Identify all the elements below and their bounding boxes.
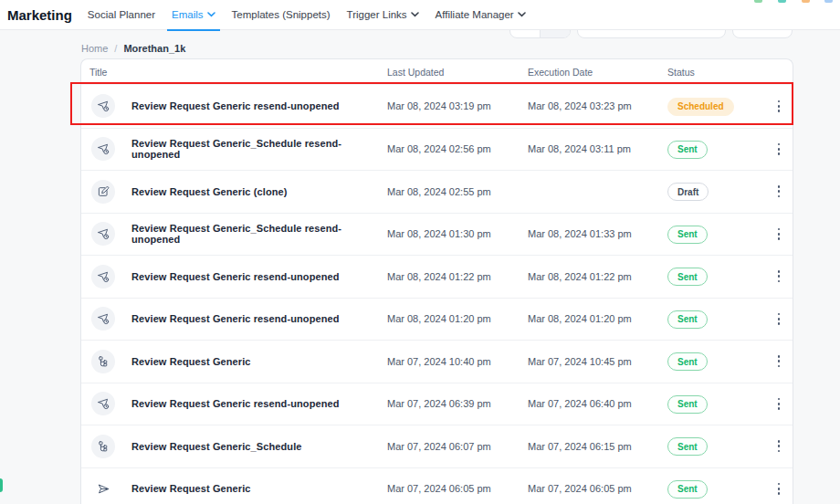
row-type-icon-wrap [91,435,115,458]
workflow-icon [97,440,110,453]
row-execution-date: Mar 07, 2024 06:05 pm [528,483,667,494]
row-last-updated: Mar 07, 2024 06:07 pm [387,441,528,452]
table-header: Title Last Updated Execution Date Status [81,59,793,85]
row-menu-button[interactable] [771,436,787,457]
row-menu-button[interactable] [771,352,787,372]
row-type-icon-wrap [91,180,115,204]
breadcrumb-current: Morethan_1k [123,43,185,54]
table-row[interactable]: Review Request Generic Mar 07, 2024 06:0… [81,467,793,504]
row-title: Review Request Generic_Schedule [117,441,387,452]
row-last-updated: Mar 07, 2024 06:39 pm [387,398,528,409]
row-menu-button[interactable] [771,478,787,499]
row-last-updated: Mar 08, 2024 02:55 pm [387,186,528,197]
status-badge: Sent [667,480,708,499]
nav-item-label: Social Planner [88,9,155,20]
row-menu-button[interactable] [771,394,787,414]
row-title: Review Request Generic resend-unopened [117,271,387,282]
nav-item-trigger-links[interactable]: Trigger Links [347,0,419,30]
table-row[interactable]: Review Request Generic (clone) Mar 08, 2… [81,170,793,213]
row-title: Review Request Generic (clone) [117,186,387,197]
row-last-updated: Mar 08, 2024 03:19 pm [387,100,528,111]
row-last-updated: Mar 07, 2024 10:40 pm [387,356,528,367]
row-menu-button[interactable] [771,182,787,202]
row-type-icon-wrap [91,265,115,289]
row-type-icon-wrap [91,350,115,373]
row-title: Review Request Generic_Schedule resend-u… [117,138,387,160]
table-row[interactable]: Review Request Generic Mar 07, 2024 10:4… [81,340,793,383]
column-header-execution-date: Execution Date [528,67,667,78]
row-last-updated: Mar 07, 2024 06:05 pm [387,483,528,494]
row-last-updated: Mar 08, 2024 01:20 pm [387,313,528,324]
nav-item-label: Emails [172,9,204,20]
row-menu-button[interactable] [771,224,787,244]
schedule-send-icon [97,397,110,410]
table-row[interactable]: Review Request Generic_Schedule Mar 07, … [81,425,793,467]
status-badge: Sent [667,395,708,414]
row-type-icon-wrap [91,307,115,331]
row-title: Review Request Generic resend-unopened [117,398,387,409]
row-title: Review Request Generic [117,356,387,367]
app-title: Marketing [7,7,72,23]
row-execution-date: Mar 07, 2024 06:40 pm [528,398,667,409]
status-badge: Sent [667,268,708,286]
cutoff-icon-green [754,0,762,3]
status-badge: Scheduled [667,98,734,116]
column-header-last-updated: Last Updated [387,67,528,78]
row-type-icon-wrap [91,222,115,246]
table-row[interactable]: Review Request Generic resend-unopened M… [81,298,793,341]
nav-item-affiliate-manager[interactable]: Affiliate Manager [436,0,526,30]
row-execution-date: Mar 08, 2024 03:23 pm [528,100,667,111]
row-type-icon-wrap [91,477,115,500]
row-title: Review Request Generic resend-unopened [117,313,387,324]
nav-item-label: Templates (Snippets) [232,9,331,20]
send-icon [97,482,110,496]
cutoff-icon-teal [778,0,786,3]
nav-item-label: Affiliate Manager [436,9,514,20]
row-menu-button[interactable] [771,139,787,159]
nav-item-social-planner[interactable]: Social Planner [88,0,155,30]
column-header-title: Title [89,67,387,78]
row-menu-button[interactable] [771,267,787,287]
row-menu-button[interactable] [771,309,787,329]
nav-item-templates-snippets[interactable]: Templates (Snippets) [232,0,331,30]
table-row[interactable]: Review Request Generic resend-unopened M… [81,255,793,298]
row-type-icon-wrap [91,392,115,415]
row-title: Review Request Generic_Schedule resend-u… [117,223,387,245]
row-execution-date: Mar 07, 2024 10:45 pm [528,356,667,367]
row-execution-date: Mar 08, 2024 01:20 pm [528,313,667,324]
row-menu-button[interactable] [771,96,787,116]
column-header-status: Status [667,67,760,78]
status-badge: Sent [667,310,708,329]
top-navbar: Marketing Social Planner Emails Template… [0,0,840,30]
schedule-send-icon [97,270,110,283]
row-execution-date: Mar 07, 2024 06:15 pm [528,441,667,452]
table-row[interactable]: Review Request Generic resend-unopened M… [81,383,793,425]
nav-item-emails[interactable]: Emails [172,0,215,30]
row-last-updated: Mar 08, 2024 01:30 pm [387,228,528,239]
table-row[interactable]: Review Request Generic resend-unopened M… [81,85,793,128]
edit-icon [97,185,110,198]
status-badge: Sent [667,141,708,159]
row-title: Review Request Generic [117,483,387,494]
chevron-down-icon [411,12,419,17]
workflow-icon [97,355,110,368]
nav-item-label: Trigger Links [347,9,407,20]
email-campaigns-card: Title Last Updated Execution Date Status [80,58,793,504]
table-row[interactable]: Review Request Generic_Schedule resend-u… [81,213,793,256]
row-execution-date: Mar 08, 2024 01:33 pm [528,228,667,239]
row-title: Review Request Generic resend-unopened [117,100,387,111]
schedule-send-icon [97,227,110,240]
status-badge: Sent [667,352,708,371]
schedule-send-icon [97,312,110,325]
row-execution-date: Mar 08, 2024 01:22 pm [528,271,667,282]
row-type-icon-wrap [91,137,115,161]
schedule-send-icon [97,100,110,112]
status-badge: Draft [667,183,709,201]
table-row[interactable]: Review Request Generic_Schedule resend-u… [81,128,793,171]
row-type-icon-wrap [91,94,115,118]
breadcrumb-home-link[interactable]: Home [81,43,108,54]
cutoff-edge-widget [0,478,3,492]
table-body: Review Request Generic resend-unopened M… [81,85,793,504]
schedule-send-icon [97,142,110,155]
status-badge: Sent [667,226,708,244]
